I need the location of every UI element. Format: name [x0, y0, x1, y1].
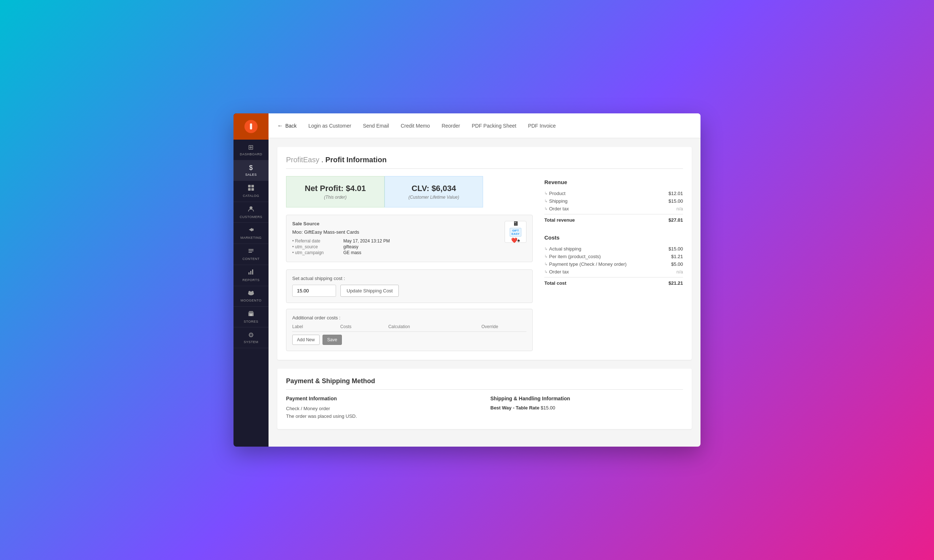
back-label: Back: [285, 123, 297, 129]
svg-rect-0: [248, 185, 251, 188]
monitor-icon: 🖥: [513, 221, 518, 227]
sidebar-item-sales[interactable]: $ SALES: [233, 160, 268, 181]
reorder-button[interactable]: Reorder: [441, 121, 460, 131]
svg-rect-5: [252, 229, 254, 231]
revenue-items: Product $12.01 Shipping $15.00 Order tax…: [544, 189, 683, 212]
main-content: ← Back Login as Customer Send Email Cred…: [268, 113, 701, 447]
costs-title: Costs: [544, 234, 683, 241]
costs-row-value: $1.21: [671, 254, 683, 259]
sidebar-item-moogento[interactable]: MOOGENTO: [233, 286, 268, 307]
stores-icon: [248, 310, 254, 318]
svg-point-14: [251, 291, 254, 293]
sidebar-item-content[interactable]: CONTENT: [233, 244, 268, 265]
utm-source-val: gifteasy: [343, 244, 358, 249]
sidebar-item-stores[interactable]: STORES: [233, 307, 268, 328]
revenue-total-row: Total revenue $27.01: [544, 214, 683, 226]
costs-row-label: Payment type (Check / Money order): [544, 262, 626, 267]
payment-split: Payment Information Check / Money order …: [286, 395, 683, 420]
logo-container: [233, 113, 268, 140]
brand-name: ProfitEasy: [286, 156, 319, 164]
shipping-input-row: Update Shipping Cost: [292, 285, 527, 297]
content-icon: [248, 248, 254, 256]
sale-source-details: • Referral date May 17, 2024 13:12 PM • …: [292, 238, 496, 255]
send-email-button[interactable]: Send Email: [363, 121, 389, 131]
utm-source-row: • utm_source gifteasy: [292, 244, 496, 249]
magento-logo: [244, 120, 257, 133]
sidebar-item-catalog[interactable]: CATALOG: [233, 181, 268, 202]
catalog-icon: [248, 185, 254, 193]
gift-easy-badge: GIFTEASY: [510, 228, 521, 237]
shipping-rate: Best Way - Table Rate $15.00: [490, 405, 683, 411]
svg-rect-6: [248, 249, 254, 250]
shipping-cost-label: Set actual shipping cost :: [292, 275, 527, 281]
shipping-info-title: Shipping & Handling Information: [490, 395, 683, 402]
save-costs-button[interactable]: Save: [322, 335, 342, 345]
reports-icon: [248, 269, 254, 277]
payment-info-title: Payment Information: [286, 395, 479, 402]
sidebar-item-marketing[interactable]: MARKETING: [233, 223, 268, 244]
credit-memo-button[interactable]: Credit Memo: [401, 121, 430, 131]
revenue-row-label: Order tax: [544, 206, 569, 211]
utm-campaign-key: • utm_campaign: [292, 250, 343, 255]
col-label: Label: [292, 324, 338, 329]
referral-date-val: May 17, 2024 13:12 PM: [343, 238, 390, 243]
costs-row: Actual shipping $15.00: [544, 245, 683, 253]
sidebar-label-sales: SALES: [245, 173, 257, 177]
costs-items: Actual shipping $15.00 Per item (product…: [544, 245, 683, 275]
clv-value: CLV: $6,034: [392, 184, 475, 193]
pdf-invoice-button[interactable]: PDF Invoice: [528, 121, 556, 131]
sidebar-label-system: SYSTEM: [244, 340, 258, 344]
sales-icon: $: [249, 164, 253, 172]
payment-info-block: Payment Information Check / Money order …: [286, 395, 479, 420]
system-icon: ⚙: [248, 331, 254, 339]
costs-table-actions: Add New Save: [292, 335, 527, 345]
shipping-amount: $15.00: [541, 405, 555, 411]
sidebar-label-dashboard: DASHBOARD: [240, 152, 262, 156]
profit-section-title: ProfitEasy . Profit Information: [286, 156, 683, 169]
shipping-cost-input[interactable]: [292, 285, 336, 297]
sidebar-item-reports[interactable]: REPORTS: [233, 265, 268, 286]
sale-source-thumbnail: 🖥 GIFTEASY ❤️♠️: [505, 221, 527, 243]
update-shipping-cost-button[interactable]: Update Shipping Cost: [341, 285, 399, 297]
costs-row-label: Per item (product_costs): [544, 254, 601, 259]
referral-date-row: • Referral date May 17, 2024 13:12 PM: [292, 238, 496, 243]
profit-content-split: Net Profit: $4.01 (This order) CLV: $6,0…: [286, 176, 683, 351]
pdf-packing-sheet-button[interactable]: PDF Packing Sheet: [472, 121, 516, 131]
revenue-row: Order tax n/a: [544, 205, 683, 212]
svg-rect-9: [248, 272, 250, 275]
col-costs: Costs: [341, 324, 385, 329]
sale-source-value: Moo: GiftEasy Mass-sent Cards: [292, 229, 496, 235]
hearts-icon: ❤️♠️: [511, 237, 520, 243]
toolbar: ← Back Login as Customer Send Email Cred…: [268, 113, 701, 138]
payment-note: The order was placed using USD.: [286, 413, 479, 420]
svg-point-13: [248, 291, 251, 293]
net-profit-value: Net Profit: $4.01: [294, 184, 377, 193]
revenue-row: Product $12.01: [544, 189, 683, 197]
svg-rect-2: [248, 188, 251, 191]
svg-point-4: [250, 206, 253, 209]
sidebar-item-dashboard[interactable]: ⊞ DASHBOARD: [233, 140, 268, 160]
sidebar-item-system[interactable]: ⚙ SYSTEM: [233, 328, 268, 348]
svg-rect-1: [251, 185, 254, 188]
marketing-icon: [248, 226, 254, 235]
referral-date-key: • Referral date: [292, 238, 343, 243]
payment-section-title: Payment & Shipping Method: [286, 377, 683, 390]
profit-section: ProfitEasy . Profit Information Net Prof…: [277, 147, 692, 360]
costs-row-label: Order tax: [544, 269, 569, 275]
add-new-button[interactable]: Add New: [292, 335, 320, 345]
login-as-customer-button[interactable]: Login as Customer: [308, 121, 351, 131]
sidebar-label-catalog: CATALOG: [243, 194, 259, 198]
sale-source-label: Sale Source: [292, 221, 496, 226]
back-button[interactable]: ← Back: [277, 123, 297, 129]
svg-rect-8: [248, 252, 252, 253]
utm-campaign-val: GE mass: [343, 250, 361, 255]
sidebar-item-customers[interactable]: CUSTOMERS: [233, 202, 268, 223]
revenue-total-value: $27.01: [668, 217, 683, 223]
sidebar-label-reports: REPORTS: [243, 278, 260, 282]
col-override: Override: [481, 324, 527, 329]
payment-method: Check / Money order: [286, 405, 479, 413]
title-separator: .: [321, 156, 325, 164]
costs-row: Per item (product_costs) $1.21: [544, 253, 683, 260]
moogento-icon: [247, 290, 255, 297]
costs-table-header: Label Costs Calculation Override: [292, 324, 527, 332]
